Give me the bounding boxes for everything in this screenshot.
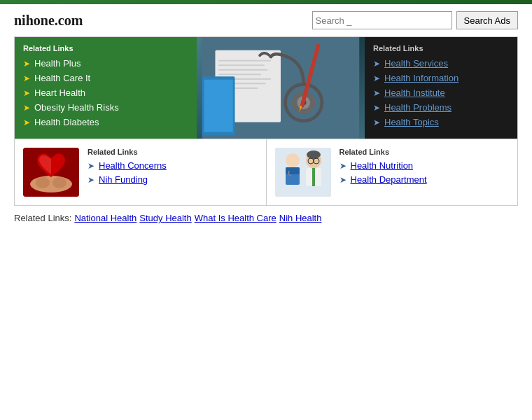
svg-rect-2 — [218, 60, 271, 62]
svg-rect-29 — [315, 168, 321, 186]
what-is-health-care-link[interactable]: What Is Health Care — [195, 213, 276, 223]
health-topics-link[interactable]: Health Topics — [384, 117, 439, 127]
svg-rect-25 — [286, 167, 300, 174]
svg-rect-4 — [218, 69, 267, 71]
list-item: ➤ Heart Health — [23, 88, 188, 98]
stethoscope-illustration — [197, 37, 365, 139]
left-panel: Related Links ➤ Health Plus ➤ Health Car… — [15, 37, 197, 139]
doctor-image — [275, 148, 331, 197]
list-item: ➤ Health Nutrition — [340, 160, 510, 171]
list-item: ➤ Obesity Health Risks — [23, 102, 188, 113]
svg-point-20 — [52, 177, 66, 188]
banner-section: Related Links ➤ Health Plus ➤ Health Car… — [14, 36, 518, 139]
svg-point-30 — [307, 150, 321, 159]
svg-rect-16 — [204, 80, 233, 132]
card-right: Related Links ➤ Health Nutrition ➤ Healt… — [267, 139, 518, 205]
health-care-it-link[interactable]: Health Care It — [34, 73, 90, 83]
site-title[interactable]: nihone.com — [14, 13, 83, 29]
arrow-icon: ➤ — [23, 59, 30, 69]
heart-health-link[interactable]: Heart Health — [34, 88, 85, 98]
card-left-label: Related Links — [88, 148, 258, 156]
health-plus-link[interactable]: Health Plus — [34, 58, 80, 69]
arrow-icon: ➤ — [23, 74, 30, 83]
medical-photo — [197, 37, 365, 139]
health-nutrition-link[interactable]: Health Nutrition — [351, 160, 414, 171]
heart-photo — [23, 148, 79, 197]
svg-rect-28 — [306, 168, 312, 186]
arrow-icon: ➤ — [88, 175, 94, 185]
arrow-icon: ➤ — [88, 161, 94, 171]
health-information-link[interactable]: Health Information — [384, 73, 458, 83]
list-item: ➤ Health Institute — [373, 88, 509, 98]
arrow-icon: ➤ — [373, 88, 380, 98]
list-item: ➤ Health Care It — [23, 73, 188, 83]
footer-links: Related Links: National Health Study Hea… — [14, 213, 518, 223]
list-item: ➤ Health Topics — [373, 117, 509, 127]
list-item: ➤ Health Problems — [373, 102, 509, 113]
svg-point-23 — [286, 153, 300, 167]
list-item: ➤ Health Information — [373, 73, 509, 83]
svg-rect-5 — [218, 74, 261, 75]
arrow-icon: ➤ — [373, 118, 380, 127]
svg-point-19 — [36, 177, 50, 188]
doctor-svg — [275, 148, 331, 197]
health-problems-link[interactable]: Health Problems — [384, 102, 451, 113]
arrow-icon: ➤ — [373, 59, 380, 69]
cards-section: Related Links ➤ Health Concerns ➤ Nih Fu… — [14, 139, 518, 206]
footer-label: Related Links: — [14, 213, 71, 223]
svg-rect-22 — [275, 148, 331, 197]
card-left-links: Related Links ➤ Health Concerns ➤ Nih Fu… — [88, 148, 258, 188]
card-right-label: Related Links — [340, 148, 510, 156]
right-panel: Related Links ➤ Health Services ➤ Health… — [365, 37, 517, 139]
arrow-icon: ➤ — [373, 74, 380, 83]
study-health-link[interactable]: Study Health — [139, 213, 191, 223]
heart-svg — [23, 148, 79, 197]
arrow-icon: ➤ — [373, 103, 380, 113]
health-diabetes-link[interactable]: Health Diabetes — [34, 117, 99, 127]
right-panel-related-links-label: Related Links — [373, 44, 509, 52]
health-concerns-link[interactable]: Health Concerns — [99, 160, 167, 171]
arrow-icon: ➤ — [23, 88, 30, 98]
search-area: Search Ads — [312, 11, 519, 29]
heart-image — [23, 148, 79, 197]
health-services-link[interactable]: Health Services — [384, 58, 448, 69]
list-item: ➤ Health Services — [373, 58, 509, 69]
list-item: ➤ Nih Funding — [88, 174, 258, 185]
health-department-link[interactable]: Health Department — [351, 174, 427, 185]
doctor-photo — [275, 148, 331, 197]
list-item: ➤ Health Plus — [23, 58, 188, 69]
arrow-icon: ➤ — [340, 161, 346, 171]
list-item: ➤ Health Concerns — [88, 160, 258, 171]
left-panel-related-links-label: Related Links — [23, 44, 188, 52]
list-item: ➤ Health Department — [340, 174, 510, 185]
list-item: ➤ Health Diabetes — [23, 117, 188, 127]
center-medical-image — [197, 37, 365, 139]
search-input[interactable] — [312, 11, 452, 29]
svg-rect-3 — [218, 64, 264, 66]
arrow-icon: ➤ — [23, 103, 30, 113]
card-left: Related Links ➤ Health Concerns ➤ Nih Fu… — [15, 139, 267, 205]
arrow-icon: ➤ — [23, 118, 30, 127]
nih-health-link[interactable]: Nih Health — [279, 213, 322, 223]
obesity-health-risks-link[interactable]: Obesity Health Risks — [34, 102, 119, 113]
header: nihone.com Search Ads — [0, 4, 532, 36]
health-institute-link[interactable]: Health Institute — [384, 88, 445, 98]
national-health-link[interactable]: National Health — [74, 213, 136, 223]
arrow-icon: ➤ — [340, 175, 346, 185]
card-right-links: Related Links ➤ Health Nutrition ➤ Healt… — [340, 148, 510, 188]
search-ads-button[interactable]: Search Ads — [456, 11, 519, 29]
nih-funding-link[interactable]: Nih Funding — [99, 174, 148, 185]
